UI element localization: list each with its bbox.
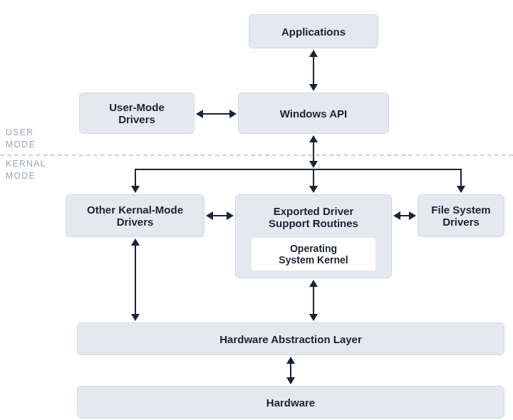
os-kernel-box: Operating System Kernel bbox=[251, 237, 376, 271]
branch-right-arrow bbox=[457, 186, 465, 193]
exported-routines-label: Exported Driver Support Routines bbox=[269, 205, 358, 229]
branch-mid-arrow bbox=[309, 186, 318, 193]
mode-divider bbox=[0, 154, 513, 156]
arrow-routines-hal bbox=[308, 280, 319, 321]
hal-box: Hardware Abstraction Layer bbox=[77, 322, 504, 355]
other-kernal-drivers-box: Other Kernal-Mode Drivers bbox=[66, 194, 204, 237]
user-mode-label: USER MODE bbox=[6, 127, 36, 151]
kernal-mode-label: KERNAL MODE bbox=[6, 158, 46, 182]
file-system-drivers-box: File System Drivers bbox=[418, 194, 504, 237]
arrow-routines-fs bbox=[393, 210, 416, 221]
arrow-apps-api bbox=[308, 50, 319, 91]
branch-mid-line bbox=[313, 169, 314, 187]
applications-box: Applications bbox=[249, 14, 378, 48]
branch-left-arrow bbox=[131, 186, 140, 193]
architecture-diagram: USER MODE KERNAL MODE Applications User-… bbox=[0, 0, 513, 420]
branch-right-line bbox=[460, 169, 462, 187]
branch-left-line bbox=[135, 169, 136, 187]
user-mode-drivers-box: User-Mode Drivers bbox=[79, 93, 195, 134]
arrow-api-down bbox=[308, 135, 319, 168]
branch-bar bbox=[135, 169, 462, 170]
windows-api-box: Windows API bbox=[238, 93, 389, 134]
arrow-usermode-api bbox=[196, 108, 237, 120]
arrow-other-hal bbox=[130, 238, 141, 321]
hardware-box: Hardware bbox=[77, 386, 504, 419]
arrow-other-routines bbox=[206, 210, 234, 221]
arrow-hal-hardware bbox=[285, 357, 296, 384]
